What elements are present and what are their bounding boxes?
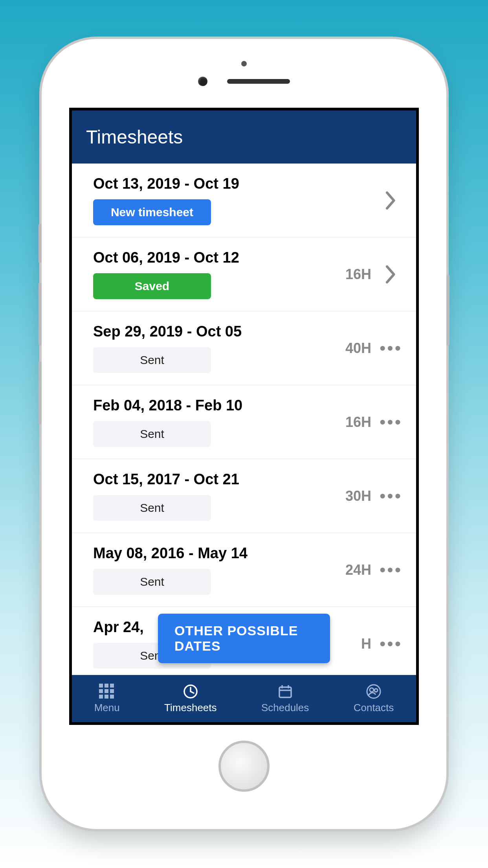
row-main: Oct 15, 2017 - Oct 21Sent xyxy=(93,471,328,521)
timesheet-row[interactable]: Oct 13, 2019 - Oct 19New timesheet xyxy=(72,164,416,237)
phone-side-button xyxy=(446,275,449,346)
tab-label: Schedules xyxy=(261,702,309,714)
more-options-icon[interactable]: ••• xyxy=(379,635,403,653)
svg-rect-6 xyxy=(99,695,103,699)
timesheet-row[interactable]: Feb 04, 2018 - Feb 10Sent16H••• xyxy=(72,385,416,459)
timesheet-list[interactable]: Oct 13, 2019 - Oct 19New timesheetOct 06… xyxy=(72,164,416,675)
tab-schedules[interactable]: Schedules xyxy=(261,684,309,714)
status-badge-sent: Sent xyxy=(93,495,211,521)
date-range: May 08, 2016 - May 14 xyxy=(93,545,328,562)
status-badge-saved: Saved xyxy=(93,273,211,299)
svg-rect-7 xyxy=(105,695,108,699)
timesheet-row[interactable]: Oct 15, 2017 - Oct 21Sent30H••• xyxy=(72,459,416,533)
svg-rect-5 xyxy=(110,689,114,693)
calendar-icon xyxy=(277,684,293,699)
date-range: Sep 29, 2019 - Oct 05 xyxy=(93,323,328,340)
svg-point-17 xyxy=(370,688,374,692)
phone-top-hardware xyxy=(42,39,446,108)
hours-value: H xyxy=(336,636,371,652)
phone-frame: Timesheets Oct 13, 2019 - Oct 19New time… xyxy=(42,39,446,829)
date-range: Oct 13, 2019 - Oct 19 xyxy=(93,175,328,192)
date-range: Oct 15, 2017 - Oct 21 xyxy=(93,471,328,488)
svg-rect-12 xyxy=(279,687,291,697)
hours-value: 24H xyxy=(336,562,371,578)
tab-contacts[interactable]: Contacts xyxy=(354,684,394,714)
svg-rect-2 xyxy=(110,684,114,688)
status-badge-sent: Sent xyxy=(93,347,211,373)
row-main: Feb 04, 2018 - Feb 10Sent xyxy=(93,397,328,447)
other-possible-dates-button[interactable]: OTHER POSSIBLE DATES xyxy=(158,614,330,663)
timesheet-row[interactable]: May 08, 2016 - May 14Sent24H••• xyxy=(72,533,416,607)
row-main: Oct 13, 2019 - Oct 19New timesheet xyxy=(93,175,328,225)
tab-label: Contacts xyxy=(354,702,394,714)
row-main: Oct 06, 2019 - Oct 12Saved xyxy=(93,249,328,299)
tab-label: Timesheets xyxy=(164,702,216,714)
grid-icon xyxy=(99,684,115,699)
hours-value: 16H xyxy=(336,266,371,283)
more-options-icon[interactable]: ••• xyxy=(379,561,403,579)
app-screen: Timesheets Oct 13, 2019 - Oct 19New time… xyxy=(69,108,419,725)
home-button[interactable] xyxy=(218,741,270,792)
date-range: Feb 04, 2018 - Feb 10 xyxy=(93,397,328,414)
date-range: Oct 06, 2019 - Oct 12 xyxy=(93,249,328,266)
svg-rect-3 xyxy=(99,689,103,693)
status-badge-sent: Sent xyxy=(93,421,211,447)
tab-bar: MenuTimesheetsSchedulesContacts xyxy=(72,675,416,722)
svg-line-11 xyxy=(191,691,194,693)
row-main: May 08, 2016 - May 14Sent xyxy=(93,545,328,595)
page-title: Timesheets xyxy=(86,126,183,148)
status-badge-new[interactable]: New timesheet xyxy=(93,199,211,225)
app-header: Timesheets xyxy=(72,110,416,164)
tab-label: Menu xyxy=(94,702,120,714)
timesheet-row[interactable]: Sep 29, 2019 - Oct 05Sent40H••• xyxy=(72,311,416,385)
contacts-icon xyxy=(366,684,382,699)
phone-side-button xyxy=(39,361,42,424)
clock-icon xyxy=(183,684,198,699)
chevron-right-icon[interactable] xyxy=(379,265,403,284)
hours-value: 16H xyxy=(336,414,371,430)
status-badge-sent: Sent xyxy=(93,569,211,595)
tab-menu[interactable]: Menu xyxy=(94,684,120,714)
more-options-icon[interactable]: ••• xyxy=(379,340,403,357)
earpiece xyxy=(227,79,290,84)
svg-rect-1 xyxy=(105,684,108,688)
phone-side-button xyxy=(39,283,42,346)
svg-point-18 xyxy=(374,689,378,692)
row-main: Sep 29, 2019 - Oct 05Sent xyxy=(93,323,328,373)
more-options-icon[interactable]: ••• xyxy=(379,487,403,505)
front-camera xyxy=(198,77,207,86)
svg-rect-4 xyxy=(105,689,108,693)
timesheet-row[interactable]: Oct 06, 2019 - Oct 12Saved16H xyxy=(72,237,416,311)
other-possible-dates-label: OTHER POSSIBLE DATES xyxy=(174,623,298,653)
hours-value: 40H xyxy=(336,340,371,357)
phone-side-button xyxy=(39,224,42,263)
chevron-right-icon[interactable] xyxy=(379,191,403,210)
tab-timesheets[interactable]: Timesheets xyxy=(164,684,216,714)
sensor-dot xyxy=(241,61,247,66)
svg-rect-0 xyxy=(99,684,103,688)
more-options-icon[interactable]: ••• xyxy=(379,414,403,431)
hours-value: 30H xyxy=(336,488,371,504)
svg-rect-8 xyxy=(110,695,114,699)
